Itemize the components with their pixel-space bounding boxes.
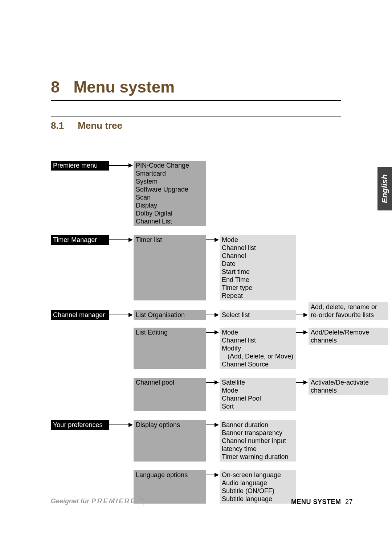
arrow-icon — [206, 380, 219, 385]
menu-list-editing-items: Mode Channel list Modify (Add, Delete, o… — [220, 328, 296, 369]
arrow-icon — [109, 423, 133, 427]
menu-display-options-items: Banner duration Banner transparency Chan… — [220, 420, 296, 462]
list-item: Channel List — [136, 217, 204, 225]
footer-section: MENU SYSTEM 27 — [291, 498, 353, 506]
list-item: Channel — [222, 252, 294, 260]
menu-timer-items: Mode Channel list Channel Date Start tim… — [220, 235, 296, 300]
arrow-icon — [206, 238, 219, 242]
menu-select-list: Select list — [220, 310, 296, 320]
list-item: Start time — [222, 268, 294, 276]
chapter-heading: 8 Menu system — [51, 78, 341, 96]
list-item: Mode — [222, 328, 294, 336]
menu-your-preferences: Your preferences — [51, 420, 109, 430]
list-item: Channel list — [222, 244, 294, 252]
note-favourite-lists: Add, delete, rename or re-order favourit… — [309, 302, 388, 320]
arrow-icon — [296, 330, 308, 335]
section-heading: 8.1 Menu tree — [51, 120, 341, 131]
menu-channel-manager: Channel manager — [51, 310, 109, 320]
list-item: Banner duration — [222, 421, 294, 429]
arrow-icon — [206, 423, 219, 427]
arrow-icon — [206, 313, 219, 317]
footer-prefix: Geeignet für — [51, 497, 89, 505]
menu-channel-pool: Channel pool — [134, 378, 206, 411]
section-title: Menu tree — [78, 120, 122, 131]
page-number: 27 — [345, 498, 353, 505]
language-tab: English — [377, 167, 392, 210]
list-item: Channel Pool — [222, 394, 294, 402]
list-item: Channel list — [222, 336, 294, 344]
arrow-icon — [109, 313, 133, 317]
section-number: 8.1 — [51, 120, 64, 131]
note-activate-deactivate: Activate/De-activate channels — [309, 378, 388, 395]
menu-timer-list: Timer list — [134, 235, 206, 300]
footer-brand-name: PREMIERE — [91, 497, 136, 505]
arrow-icon — [109, 163, 133, 168]
list-item: latency time — [222, 445, 294, 453]
list-item: On-screen language — [222, 471, 294, 479]
divider-thick — [51, 100, 341, 101]
list-item: Smartcard — [136, 169, 204, 177]
list-item: Mode — [222, 386, 294, 394]
list-item: Subtitle (ON/OFF) — [222, 487, 294, 495]
arrow-icon — [206, 473, 219, 477]
list-item: Channel Source — [222, 360, 294, 368]
list-item: Display — [136, 201, 204, 209]
arrow-icon — [109, 238, 133, 242]
list-item: Modify — [222, 344, 294, 352]
menu-channel-pool-items: Satellite Mode Channel Pool Sort — [220, 378, 296, 411]
list-item: Audio language — [222, 479, 294, 487]
menu-premiere-items: PIN-Code Change Smartcard System Softwar… — [134, 161, 206, 226]
list-item: System — [136, 177, 204, 185]
list-item: Channel number input — [222, 437, 294, 445]
note-add-delete-remove: Add/Delete/Remove channels — [309, 328, 388, 345]
arrow-icon — [296, 313, 308, 317]
list-item: Sort — [222, 402, 294, 410]
list-item: Timer warning duration — [222, 453, 294, 461]
list-item: Dolby Digital — [136, 209, 204, 217]
menu-list-organisation: List Organisation — [134, 310, 206, 320]
menu-display-options: Display options — [134, 420, 206, 462]
divider-thin — [51, 116, 341, 116]
chapter-title: Menu system — [73, 78, 175, 96]
list-item: Timer type — [222, 284, 294, 292]
menu-premiere: Premiere menu — [51, 161, 109, 171]
footer-section-label: MENU SYSTEM — [291, 498, 341, 505]
menu-timer-manager: Timer Manager — [51, 235, 109, 245]
arrow-icon — [296, 380, 308, 385]
list-item: Software Upgrade — [136, 185, 204, 193]
footer-brand: Geeignet für PREMIERE — [51, 496, 143, 506]
brand-curve-icon — [138, 496, 143, 506]
arrow-icon — [206, 330, 219, 335]
list-item: Satellite — [222, 378, 294, 386]
list-item: Date — [222, 260, 294, 268]
list-item: Mode — [222, 236, 294, 244]
list-item: Banner transparency — [222, 429, 294, 437]
list-item: Repeat — [222, 292, 294, 300]
page-footer: Geeignet für PREMIERE MENU SYSTEM 27 — [51, 496, 353, 506]
list-item: Scan — [136, 193, 204, 201]
list-item: (Add, Delete, or Move) — [222, 352, 294, 360]
list-item: End Time — [222, 276, 294, 284]
list-item: PIN-Code Change — [136, 161, 204, 169]
chapter-number: 8 — [51, 78, 60, 96]
menu-list-editing: List Editing — [134, 328, 206, 369]
